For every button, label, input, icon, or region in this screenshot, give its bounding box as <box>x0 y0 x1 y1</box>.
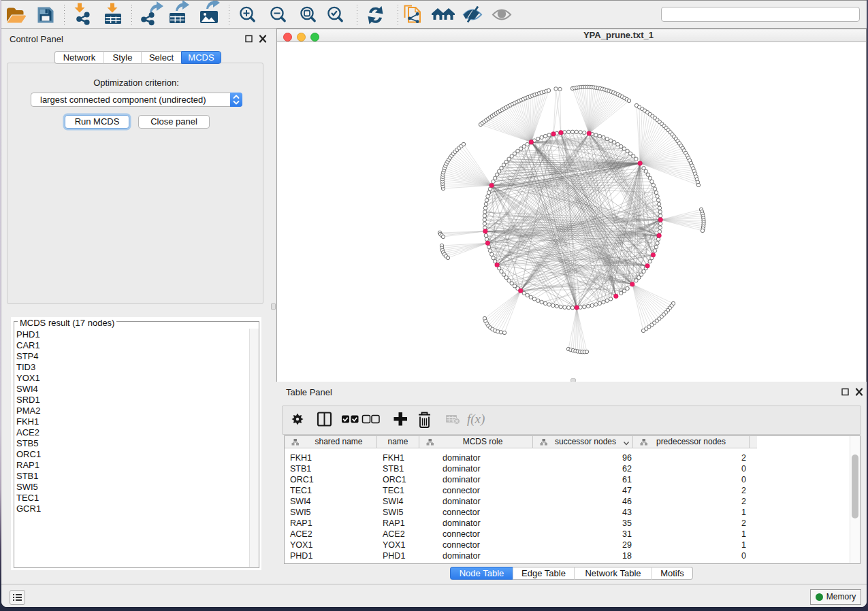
svg-text:f(x): f(x) <box>467 412 485 427</box>
